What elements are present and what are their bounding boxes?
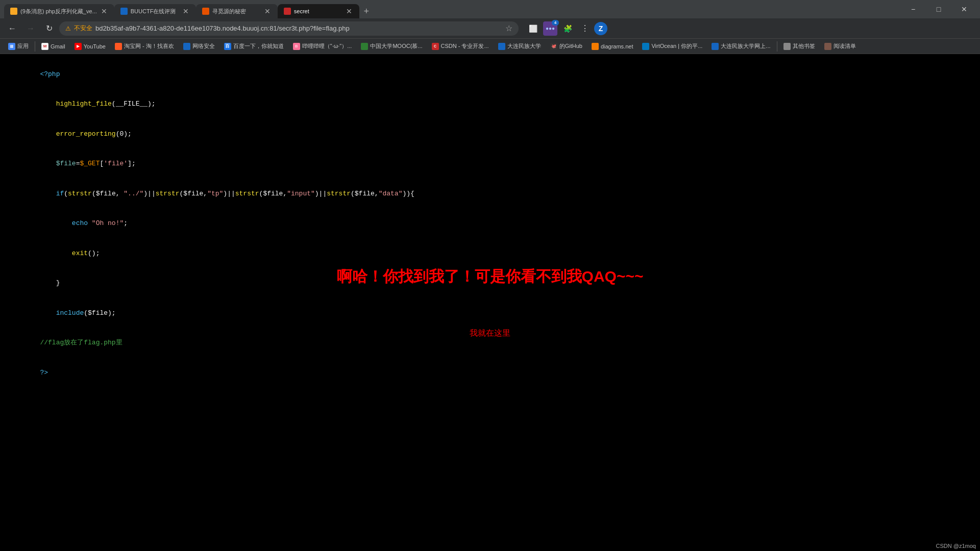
tab-4[interactable]: secret ✕ <box>278 4 359 18</box>
security-label: 不安全 <box>74 24 92 33</box>
bookmarks-bar: ▦ 应用 M Gmail ▶ YouTube 淘宝网 - 淘！找喜欢 网络安全 … <box>0 39 980 54</box>
bookmark-baidu-icon: 百 <box>224 43 231 50</box>
bookmark-security-label: 网络安全 <box>192 42 215 50</box>
comment-flag: //flag放在了flag.php里 <box>40 339 122 346</box>
reload-button[interactable]: ↻ <box>41 20 57 37</box>
tab-4-title: secret <box>294 8 342 14</box>
bookmark-mooc-icon <box>361 43 368 50</box>
page-content: <?php highlight_file(__FILE__); error_re… <box>0 54 980 551</box>
tab-2[interactable]: BUUCTF在线评测 ✕ <box>114 4 196 18</box>
bookmark-dlmz-icon <box>712 43 719 50</box>
security-icon: ⚠ <box>65 25 71 32</box>
cast-icon[interactable]: ⬜ <box>525 20 541 37</box>
bookmark-star-icon[interactable]: ☆ <box>505 23 512 33</box>
bookmark-dlmz-label: 大连民族大学网上... <box>721 42 770 50</box>
bookmark-dlzu[interactable]: 大连民族大学 <box>494 40 545 53</box>
extensions-button[interactable]: 🧩 <box>559 20 576 37</box>
bookmark-apps-icon: ▦ <box>8 43 15 50</box>
tab-2-title: BUUCTF在线评测 <box>131 8 179 15</box>
bookmark-taobao-icon <box>115 43 122 50</box>
code-line-11: ?> <box>8 358 972 388</box>
bookmark-mooc-label: 中国大学MOOC(慕... <box>370 42 422 50</box>
bookmark-csdn[interactable]: C CSDN - 专业开发... <box>428 40 493 53</box>
bookmark-others-icon <box>783 43 791 50</box>
bookmark-baidu-label: 百度一下，你就知道 <box>233 42 284 50</box>
status-bar: CSDN @z1moq <box>932 541 980 551</box>
bookmark-gmail-icon: M <box>41 43 48 50</box>
code-token: error_reporting <box>56 130 116 138</box>
bookmark-separator-1 <box>35 41 35 52</box>
settings-icon[interactable]: ⋮ <box>577 20 593 37</box>
bookmark-mooc[interactable]: 中国大学MOOC(慕... <box>357 40 426 53</box>
bookmark-separator-2 <box>777 41 777 52</box>
bookmark-security[interactable]: 网络安全 <box>179 40 219 53</box>
url-text: bd2b35af-a9b7-4361-a820-de116ee1073b.nod… <box>95 24 502 32</box>
bookmark-virtocean-label: VirtOcean | 你的平... <box>651 42 702 50</box>
main-heading: 啊哈！你找到我了！可是你看不到我QAQ~~~ <box>337 266 644 287</box>
bookmark-bilibili-icon: B <box>293 43 300 50</box>
bookmark-reading[interactable]: 阅读清单 <box>820 40 860 53</box>
tab-1-icon <box>10 8 17 15</box>
bookmark-baidu[interactable]: 百 百度一下，你就知道 <box>220 40 288 53</box>
bookmark-taobao[interactable]: 淘宝网 - 淘！找喜欢 <box>111 40 178 53</box>
window-controls: − □ ✕ <box>901 1 976 17</box>
bookmark-github-label: 的GitHub <box>559 42 582 50</box>
maximize-button[interactable]: □ <box>927 1 950 17</box>
code-line-7: exit(); <box>8 238 972 268</box>
tab-4-icon <box>284 8 291 15</box>
bookmark-dlmz[interactable]: 大连民族大学网上... <box>707 40 774 53</box>
tab-2-icon <box>120 8 128 15</box>
extension-badge: 4 <box>552 20 559 26</box>
browser-frame: (9条消息) php反序列化藏_ve... ✕ BUUCTF在线评测 ✕ 寻觅源… <box>0 0 980 551</box>
bookmark-apps[interactable]: ▦ 应用 <box>4 40 33 53</box>
bookmark-bilibili-label: 哔哩哔哩（"·ω·"）... <box>302 42 352 50</box>
bookmark-youtube-icon: ▶ <box>75 43 82 50</box>
new-tab-button[interactable]: + <box>359 4 374 18</box>
url-bar[interactable]: ⚠ 不安全 bd2b35af-a9b7-4361-a820-de116ee107… <box>59 21 519 36</box>
bookmark-others-label: 其他书签 <box>793 42 815 50</box>
extension-icon[interactable]: ●●● 4 <box>543 21 557 36</box>
bookmark-others[interactable]: 其他书签 <box>779 40 819 53</box>
bookmark-reading-label: 阅读清单 <box>834 42 856 50</box>
tab-1[interactable]: (9条消息) php反序列化藏_ve... ✕ <box>4 4 114 18</box>
code-token: highlight_file <box>56 100 112 108</box>
code-line-4: $file=$_GET['file']; <box>8 149 972 179</box>
code-line-2: highlight_file(__FILE__); <box>8 89 972 119</box>
tab-3-icon <box>202 8 209 15</box>
tab-3[interactable]: 寻觅源的秘密 ✕ <box>196 4 278 18</box>
bookmark-reading-icon <box>824 43 831 50</box>
code-line-3: error_reporting(0); <box>8 119 972 149</box>
bookmark-github-icon: 🐙 <box>550 43 557 50</box>
profile-avatar[interactable]: Z <box>594 22 607 35</box>
code-line-6: echo "Oh no!"; <box>8 209 972 239</box>
back-button[interactable]: ← <box>4 20 20 37</box>
bookmark-csdn-icon: C <box>432 43 439 50</box>
bookmark-youtube-label: YouTube <box>84 43 106 49</box>
minimize-button[interactable]: − <box>901 1 925 17</box>
bookmark-security-icon <box>183 43 190 50</box>
tab-2-close[interactable]: ✕ <box>182 6 190 16</box>
title-bar: (9条消息) php反序列化藏_ve... ✕ BUUCTF在线评测 ✕ 寻觅源… <box>0 0 980 18</box>
bookmark-bilibili[interactable]: B 哔哩哔哩（"·ω·"）... <box>289 40 356 53</box>
code-display: <?php highlight_file(__FILE__); error_re… <box>0 54 980 393</box>
forward-button[interactable]: → <box>22 20 39 37</box>
tab-4-close[interactable]: ✕ <box>345 6 353 16</box>
code-line-5: if(strstr($file, "../")||strstr($file,"t… <box>8 179 972 209</box>
bookmark-virtocean[interactable]: VirtOcean | 你的平... <box>638 40 706 53</box>
address-bar: ← → ↻ ⚠ 不安全 bd2b35af-a9b7-4361-a820-de11… <box>0 18 980 39</box>
bookmark-gmail[interactable]: M Gmail <box>37 40 69 53</box>
tab-1-title: (9条消息) php反序列化藏_ve... <box>20 8 97 15</box>
tab-3-close[interactable]: ✕ <box>263 6 272 16</box>
bookmark-virtocean-icon <box>642 43 649 50</box>
status-text: CSDN @z1moq <box>936 543 976 549</box>
bookmark-diagrams[interactable]: diagrams.net <box>587 40 638 53</box>
close-button[interactable]: ✕ <box>952 1 976 17</box>
bookmark-youtube[interactable]: ▶ YouTube <box>70 40 110 53</box>
bookmark-diagrams-icon <box>592 43 599 50</box>
tab-3-title: 寻觅源的秘密 <box>212 8 260 15</box>
bookmark-diagrams-label: diagrams.net <box>601 43 633 49</box>
bookmark-github[interactable]: 🐙 的GitHub <box>546 40 586 53</box>
bookmark-taobao-label: 淘宝网 - 淘！找喜欢 <box>124 42 174 50</box>
tab-1-close[interactable]: ✕ <box>100 6 108 16</box>
bookmark-dlzu-icon <box>498 43 505 50</box>
